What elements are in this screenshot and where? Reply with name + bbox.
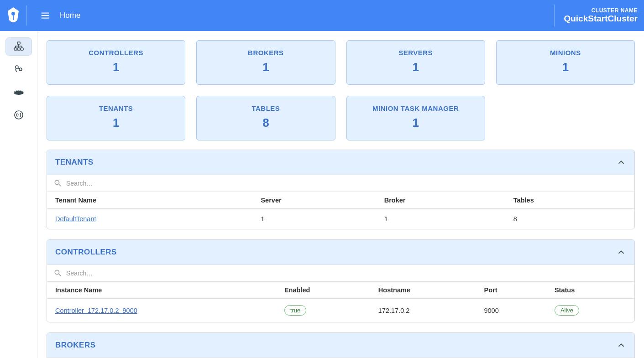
stat-card-servers[interactable]: SERVERS 1 <box>346 40 485 85</box>
tenant-link[interactable]: DefaultTenant <box>55 215 96 223</box>
menu-button[interactable] <box>37 7 53 24</box>
cell-port: 9000 <box>476 299 546 322</box>
svg-rect-7 <box>17 48 20 50</box>
svg-point-10 <box>19 68 22 71</box>
stat-label: TABLES <box>201 104 330 112</box>
app-logo[interactable] <box>6 5 27 26</box>
controllers-table: Instance Name Enabled Hostname Port Stat… <box>47 282 634 322</box>
col-header[interactable]: Broker <box>376 192 505 209</box>
stat-label: SERVERS <box>351 49 480 57</box>
status-pill: Alive <box>555 305 579 316</box>
cell-server: 1 <box>252 209 376 229</box>
svg-rect-3 <box>42 15 49 16</box>
swagger-icon <box>13 109 24 120</box>
svg-rect-8 <box>21 48 23 50</box>
col-header[interactable]: Port <box>476 282 546 299</box>
stat-value: 1 <box>501 60 630 74</box>
cluster-label: CLUSTER NAME <box>564 7 638 14</box>
col-header[interactable]: Server <box>252 192 376 209</box>
stat-card-minion-task-manager[interactable]: MINION TASK MANAGER 1 <box>346 96 485 140</box>
controllers-search-input[interactable] <box>66 268 628 279</box>
col-header[interactable]: Tables <box>505 192 634 209</box>
panel-controllers: CONTROLLERS <box>47 239 635 322</box>
stat-card-minions[interactable]: MINIONS 1 <box>496 40 635 85</box>
svg-point-11 <box>14 90 24 95</box>
stat-label: MINIONS <box>501 49 630 57</box>
app-header: Home CLUSTER NAME QuickStartCluster <box>0 0 644 31</box>
table-row: Controller_172.17.0.2_9000 true 172.17.0… <box>47 299 634 322</box>
panel-brokers-header[interactable]: BROKERS <box>47 333 634 358</box>
cluster-name: QuickStartCluster <box>564 14 638 24</box>
panel-tenants: TENANTS Te <box>47 150 635 229</box>
col-header[interactable]: Status <box>546 282 634 299</box>
stat-value: 1 <box>351 60 480 74</box>
tenants-table: Tenant Name Server Broker Tables Default… <box>47 192 634 229</box>
svg-rect-5 <box>17 42 20 44</box>
cell-hostname: 172.17.0.2 <box>370 299 476 322</box>
svg-rect-6 <box>14 48 17 50</box>
panel-title: TENANTS <box>55 158 94 167</box>
table-row: DefaultTenant 1 1 8 <box>47 209 634 229</box>
svg-point-0 <box>11 12 15 16</box>
panel-brokers: BROKERS <box>47 332 635 358</box>
stat-value: 1 <box>52 116 180 130</box>
chevron-up-icon <box>616 247 626 257</box>
breadcrumb-home[interactable]: Home <box>60 11 80 20</box>
cell-tables: 8 <box>505 209 634 229</box>
controllers-search-row <box>47 265 634 282</box>
panel-controllers-header[interactable]: CONTROLLERS <box>47 240 634 265</box>
stat-label: MINION TASK MANAGER <box>351 104 480 112</box>
stat-value: 1 <box>201 60 330 74</box>
enabled-pill: true <box>284 305 306 316</box>
svg-point-13 <box>18 114 19 115</box>
stat-label: BROKERS <box>201 49 330 57</box>
controller-link[interactable]: Controller_172.17.0.2_9000 <box>55 307 137 314</box>
stat-card-tables[interactable]: TABLES 8 <box>196 96 335 140</box>
col-header[interactable]: Tenant Name <box>47 192 252 209</box>
main-content: CONTROLLERS 1 BROKERS 1 SERVERS 1 MINION… <box>37 31 644 358</box>
sidebar-item-cluster[interactable] <box>5 37 32 56</box>
stat-card-tenants[interactable]: TENANTS 1 <box>47 96 185 140</box>
panel-title: CONTROLLERS <box>55 248 117 257</box>
stat-grid: CONTROLLERS 1 BROKERS 1 SERVERS 1 MINION… <box>47 40 635 140</box>
sidebar <box>0 31 37 358</box>
stat-value: 1 <box>351 116 480 130</box>
sidebar-item-swagger[interactable] <box>5 106 32 124</box>
sidebar-item-zookeeper[interactable] <box>5 83 32 101</box>
panel-title: BROKERS <box>55 341 96 350</box>
stat-card-brokers[interactable]: BROKERS 1 <box>196 40 335 85</box>
tenants-search-input[interactable] <box>66 178 628 189</box>
col-header[interactable]: Instance Name <box>47 282 276 299</box>
cluster-icon <box>13 41 24 52</box>
col-header[interactable]: Enabled <box>276 282 370 299</box>
cluster-info: CLUSTER NAME QuickStartCluster <box>554 5 638 26</box>
tenants-search-row <box>47 175 634 192</box>
search-icon <box>53 179 63 188</box>
stat-value: 8 <box>201 116 330 130</box>
stat-label: TENANTS <box>52 104 180 112</box>
col-header[interactable]: Hostname <box>370 282 476 299</box>
hamburger-icon <box>40 10 50 21</box>
search-icon <box>53 269 63 278</box>
chevron-up-icon <box>616 340 626 350</box>
zookeeper-icon <box>13 87 24 98</box>
stat-card-controllers[interactable]: CONTROLLERS 1 <box>47 40 185 85</box>
stat-label: CONTROLLERS <box>52 49 180 57</box>
cell-broker: 1 <box>376 209 505 229</box>
sidebar-item-query[interactable] <box>5 60 32 78</box>
chevron-up-icon <box>616 157 626 167</box>
svg-rect-4 <box>42 18 49 19</box>
pinot-logo-icon <box>6 6 20 25</box>
svg-rect-2 <box>42 13 49 14</box>
query-icon <box>13 64 24 75</box>
panel-tenants-header[interactable]: TENANTS <box>47 150 634 175</box>
stat-value: 1 <box>52 60 180 74</box>
